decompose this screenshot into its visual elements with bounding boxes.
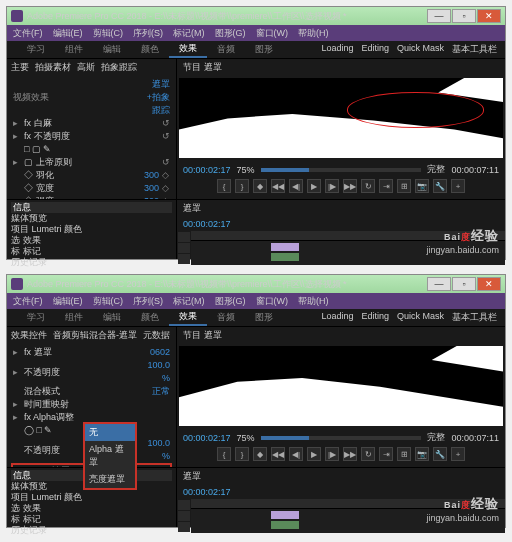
fx-row[interactable]: ▸fx 不透明度↺ xyxy=(11,130,172,143)
audio-clip[interactable] xyxy=(271,521,299,529)
list-item[interactable]: 选 效果 xyxy=(11,235,172,246)
step-back-button[interactable]: ◀| xyxy=(289,447,303,461)
menu-clip[interactable]: 剪辑(C) xyxy=(93,295,124,308)
tab-editing2[interactable]: Editing xyxy=(361,311,389,324)
tab-editing[interactable]: 编辑 xyxy=(93,41,131,58)
tab-loading[interactable]: Loading xyxy=(321,311,353,324)
tab-editing[interactable]: 编辑 xyxy=(93,309,131,326)
expand-icon[interactable]: ▸ xyxy=(13,366,21,379)
hdr-master[interactable]: 主要 xyxy=(11,61,29,74)
tab-assembly[interactable]: 组件 xyxy=(55,41,93,58)
tab-quickmask[interactable]: Quick Mask xyxy=(397,43,444,56)
tab-quickmask[interactable]: Quick Mask xyxy=(397,311,444,324)
tab-color[interactable]: 颜色 xyxy=(131,41,169,58)
timeline-tracks[interactable] xyxy=(191,499,505,533)
tab-effects[interactable]: 效果 xyxy=(169,309,207,326)
mark-out-button[interactable]: } xyxy=(235,179,249,193)
tab-audio[interactable]: 音频 xyxy=(207,309,245,326)
expand-icon[interactable]: ▸ xyxy=(13,398,21,411)
timecode-in[interactable]: 00:00:02:17 xyxy=(183,433,231,443)
tab-color[interactable]: 颜色 xyxy=(131,309,169,326)
dropdown-option[interactable]: 无 xyxy=(85,424,135,441)
tool-icon[interactable] xyxy=(178,511,190,521)
timeline-tracks[interactable] xyxy=(191,231,505,265)
minimize-button[interactable]: — xyxy=(427,277,451,291)
fx-row[interactable]: 混合模式正常 xyxy=(11,385,172,398)
dropdown-option[interactable]: Alpha 遮罩 xyxy=(85,441,135,471)
zoom-level[interactable]: 75% xyxy=(237,165,255,175)
audio-clip[interactable] xyxy=(271,253,299,261)
list-item[interactable]: 媒体预览 xyxy=(11,213,172,224)
program-label[interactable]: 节目 遮罩 xyxy=(183,330,222,340)
menu-sequence[interactable]: 序列(S) xyxy=(133,27,163,40)
timeline-timecode[interactable]: 00:00:02:17 xyxy=(183,487,231,497)
add-button[interactable]: + xyxy=(451,179,465,193)
time-ruler[interactable] xyxy=(191,499,505,509)
prev-button[interactable]: ◀◀ xyxy=(271,447,285,461)
export-button[interactable]: ⇥ xyxy=(379,447,393,461)
expand-icon[interactable]: ▸ xyxy=(13,346,21,359)
tab-assembly[interactable]: 组件 xyxy=(55,309,93,326)
play-button[interactable]: ▶ xyxy=(307,179,321,193)
menu-help[interactable]: 帮助(H) xyxy=(298,27,329,40)
keyframe-icon[interactable]: ◇ xyxy=(162,195,170,199)
menu-graphics[interactable]: 图形(G) xyxy=(215,295,246,308)
hdr-effectctrl[interactable]: 效果控件 xyxy=(11,329,47,342)
tool-icon[interactable] xyxy=(178,243,190,253)
close-button[interactable]: ✕ xyxy=(477,9,501,23)
menu-marker[interactable]: 标记(M) xyxy=(173,295,205,308)
list-item[interactable]: 标 标记 xyxy=(11,514,172,525)
scrub-bar[interactable] xyxy=(261,168,422,172)
keyframe-icon[interactable]: ◇ xyxy=(162,182,170,195)
settings-button[interactable]: 🔧 xyxy=(433,447,447,461)
tab-graphics[interactable]: 图形 xyxy=(245,309,283,326)
tab-learn[interactable]: 学习 xyxy=(17,41,55,58)
menu-help[interactable]: 帮助(H) xyxy=(298,295,329,308)
tool-icon[interactable] xyxy=(178,232,190,242)
keyframe-icon[interactable]: ◇ xyxy=(162,169,170,182)
play-button[interactable]: ▶ xyxy=(307,447,321,461)
menu-window[interactable]: 窗口(W) xyxy=(256,295,289,308)
menu-edit[interactable]: 编辑(E) xyxy=(53,295,83,308)
menu-edit[interactable]: 编辑(E) xyxy=(53,27,83,40)
add-button[interactable]: + xyxy=(451,447,465,461)
program-monitor[interactable] xyxy=(179,346,503,426)
menu-window[interactable]: 窗口(W) xyxy=(256,27,289,40)
menu-graphics[interactable]: 图形(G) xyxy=(215,27,246,40)
step-fwd-button[interactable]: |▶ xyxy=(325,447,339,461)
menu-clip[interactable]: 剪辑(C) xyxy=(93,27,124,40)
sequence-name[interactable]: 遮罩 xyxy=(183,470,201,483)
fx-row[interactable]: ▸fx 遮罩0602 xyxy=(11,346,172,359)
mark-in-button[interactable]: { xyxy=(217,179,231,193)
list-item[interactable]: 标 标记 xyxy=(11,246,172,257)
hdr-gauss[interactable]: 高斯 xyxy=(77,61,95,74)
hdr-source[interactable]: 拍摄素材 xyxy=(35,61,71,74)
settings-button[interactable]: 🔧 xyxy=(433,179,447,193)
tab-loading[interactable]: Loading xyxy=(321,43,353,56)
add-marker-button[interactable]: ◆ xyxy=(253,179,267,193)
panel-tab-info[interactable]: 信息 xyxy=(11,202,172,213)
menu-sequence[interactable]: 序列(S) xyxy=(133,295,163,308)
tab-audio[interactable]: 音频 xyxy=(207,41,245,58)
step-fwd-button[interactable]: |▶ xyxy=(325,179,339,193)
tool-icon[interactable] xyxy=(178,254,190,264)
list-item[interactable]: 项目 Lumetri 颜色 xyxy=(11,492,172,503)
menu-file[interactable]: 文件(F) xyxy=(13,295,43,308)
expand-icon[interactable]: ▸ xyxy=(13,156,21,169)
expand-icon[interactable]: ▸ xyxy=(13,130,21,143)
minimize-button[interactable]: — xyxy=(427,9,451,23)
add-marker-button[interactable]: ◆ xyxy=(253,447,267,461)
tool-icon[interactable] xyxy=(178,522,190,532)
sequence-name[interactable]: 遮罩 xyxy=(183,202,201,215)
next-button[interactable]: ▶▶ xyxy=(343,179,357,193)
menu-marker[interactable]: 标记(M) xyxy=(173,27,205,40)
reset-icon[interactable]: ↺ xyxy=(162,117,170,130)
dropdown-option[interactable]: 亮度遮罩 xyxy=(85,471,135,488)
video-clip[interactable] xyxy=(271,511,299,519)
fit-label[interactable]: 完整 xyxy=(427,431,445,444)
next-button[interactable]: ▶▶ xyxy=(343,447,357,461)
hdr-meta[interactable]: 元数据 xyxy=(143,329,170,342)
program-monitor[interactable] xyxy=(179,78,503,158)
loop-button[interactable]: ↻ xyxy=(361,179,375,193)
time-ruler[interactable] xyxy=(191,231,505,241)
